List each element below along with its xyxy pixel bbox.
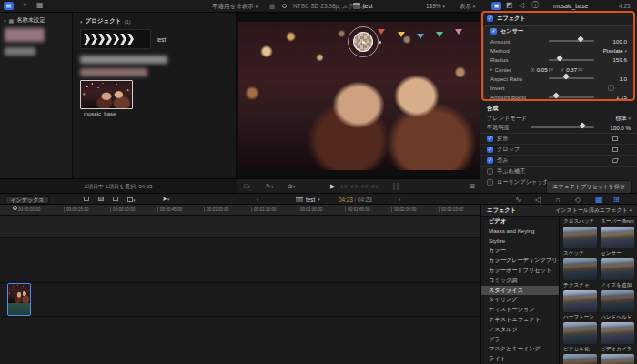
solo-icon[interactable]: ∩: [555, 197, 561, 204]
append-clip-icon[interactable]: [113, 197, 118, 201]
viewer-view-popup[interactable]: 表示 ▾: [460, 3, 475, 11]
timeline-project-nav[interactable]: test ▾: [296, 197, 320, 203]
transform-popup-icon[interactable]: □▾: [244, 183, 250, 190]
project-name-label[interactable]: test: [157, 36, 166, 43]
distort-checkbox[interactable]: ✓: [487, 157, 493, 164]
category-item[interactable]: ノスタルジー: [481, 325, 559, 335]
disclosure-triangle-icon[interactable]: ▾: [4, 18, 6, 24]
search-icon[interactable]: [282, 4, 287, 8]
aspect-ratio-value[interactable]: 1.0: [598, 76, 627, 82]
category-item[interactable]: ディストーション: [481, 305, 559, 315]
transform-checkbox[interactable]: ✓: [487, 136, 493, 142]
video-inspector-tab-icon[interactable]: ▣: [491, 2, 501, 10]
effect-thumbnail[interactable]: [601, 354, 634, 364]
transform-icon[interactable]: [612, 136, 618, 141]
stabilization-checkbox[interactable]: [487, 168, 493, 175]
clip-appearance-icon[interactable]: ▦: [595, 197, 602, 204]
insert-clip-icon[interactable]: [98, 197, 104, 201]
color-inspector-tab-icon[interactable]: ◩: [506, 2, 513, 9]
radius-value[interactable]: 159.6: [598, 56, 627, 63]
effect-thumbnail[interactable]: [563, 258, 597, 280]
rolling-shutter-checkbox[interactable]: [487, 179, 493, 186]
effect-thumbnail[interactable]: [563, 322, 597, 344]
save-effects-preset-button[interactable]: エフェクトプリセットを保存: [546, 180, 632, 193]
timeline-clip-selected[interactable]: [7, 283, 31, 316]
method-popup[interactable]: Pixelate ▾: [603, 47, 627, 54]
clip-thumbnail[interactable]: [80, 80, 133, 109]
connect-clip-icon[interactable]: [84, 197, 89, 201]
blend-mode-popup[interactable]: 標準 ▾: [615, 115, 631, 123]
installed-effects-popup[interactable]: インストール済みエフェクト ▾: [555, 207, 632, 215]
censor-radius-handle[interactable]: [379, 41, 381, 44]
censor-center-handle[interactable]: [362, 41, 365, 44]
effect-thumbnail[interactable]: [601, 322, 634, 344]
timeline-ruler[interactable]: 00:00:00:00 00:00:15:00 00:00:30:00 00:0…: [0, 205, 480, 216]
censor-enable-checkbox[interactable]: ✓: [490, 28, 497, 35]
center-x-field[interactable]: 0.05: [537, 66, 548, 73]
category-item[interactable]: ブラー: [481, 335, 559, 345]
invert-checkbox[interactable]: [608, 85, 614, 91]
category-item[interactable]: ライト: [481, 354, 559, 364]
overwrite-clip-icon[interactable]: ▾: [127, 197, 136, 203]
disclosure-triangle-icon[interactable]: ▸: [490, 66, 493, 72]
category-item[interactable]: コミック調: [481, 276, 559, 286]
index-button[interactable]: インデックス: [5, 196, 49, 205]
category-item[interactable]: テキストエフェクト: [481, 315, 559, 325]
effect-thumbnail[interactable]: [601, 258, 634, 280]
amount-slider[interactable]: [549, 40, 594, 42]
play-button-icon[interactable]: ▶: [330, 183, 335, 190]
timeline-zoom-icon[interactable]: ⊞: [613, 197, 620, 204]
amount-boost-value[interactable]: 1.15: [598, 94, 627, 100]
amount-value[interactable]: 100.0: [598, 38, 627, 45]
clip-appearance-icon[interactable]: ▥: [269, 3, 275, 10]
audio-inspector-tab-icon[interactable]: ◁: [519, 2, 524, 9]
timeline[interactable]: [0, 216, 480, 364]
viewer-zoom-popup[interactable]: 189% ▾: [426, 3, 445, 9]
distort-icon[interactable]: [612, 158, 619, 163]
category-item[interactable]: Masks and Keying: [481, 227, 559, 237]
aspect-ratio-slider[interactable]: [549, 77, 594, 79]
browser-sidebar-icon[interactable]: ▤: [4, 2, 14, 10]
skimming-icon[interactable]: ∿: [515, 197, 521, 204]
category-item[interactable]: カラー: [481, 246, 559, 256]
category-item[interactable]: カラーグレーディングプリセ…: [481, 256, 559, 266]
censored-browser-item[interactable]: [80, 56, 167, 64]
playhead-knob[interactable]: [13, 206, 17, 210]
info-inspector-tab-icon[interactable]: ⓘ: [531, 2, 539, 9]
opacity-slider[interactable]: [531, 126, 594, 128]
snapping-icon[interactable]: ◇: [575, 197, 581, 204]
photos-audio-icon[interactable]: ✧: [22, 2, 28, 9]
category-item[interactable]: タイリング: [481, 295, 559, 305]
crop-checkbox[interactable]: ✓: [487, 147, 493, 153]
filter-popup-button[interactable]: 不適用を非表示 ▾: [212, 3, 258, 11]
censored-library-item[interactable]: [5, 47, 35, 56]
effect-thumbnail[interactable]: [601, 227, 634, 248]
category-item-selected[interactable]: スタイライズ: [481, 286, 559, 296]
category-item[interactable]: カラーボードプリセット: [481, 266, 559, 276]
amount-boost-slider[interactable]: [549, 96, 594, 98]
clip-name-label[interactable]: mosaic_base: [84, 111, 116, 116]
censored-browser-item[interactable]: [80, 68, 147, 76]
library-name[interactable]: 名称未設定: [16, 16, 45, 25]
titles-generators-icon[interactable]: ▦: [36, 2, 44, 9]
effect-thumbnail[interactable]: [563, 227, 597, 248]
category-item[interactable]: マスクとキーイング: [481, 344, 559, 354]
fullscreen-icon[interactable]: ⊞: [469, 183, 475, 190]
center-y-field[interactable]: 0.37: [566, 66, 577, 73]
timeline-back-icon[interactable]: ‹: [257, 197, 258, 203]
effect-thumbnail[interactable]: [563, 354, 597, 364]
audio-skimming-icon[interactable]: ◁: [535, 197, 541, 204]
opacity-value[interactable]: 100.0 %: [598, 125, 631, 131]
category-item[interactable]: Stylize: [481, 237, 559, 247]
project-thumbnail[interactable]: [80, 29, 151, 49]
disclosure-triangle-icon[interactable]: ▾: [80, 19, 83, 25]
crop-icon[interactable]: [612, 147, 618, 152]
enhancements-popup-icon[interactable]: ✎▾: [266, 183, 273, 190]
radius-slider[interactable]: [549, 59, 594, 61]
select-tool-popup[interactable]: ➤▾: [162, 196, 169, 203]
effects-enable-checkbox[interactable]: ✓: [487, 15, 493, 22]
playhead-line[interactable]: [15, 206, 15, 364]
category-item[interactable]: ビデオ: [481, 217, 559, 227]
timeline-forward-icon[interactable]: ›: [399, 197, 400, 203]
retime-popup-icon[interactable]: ⊘▾: [288, 183, 295, 190]
